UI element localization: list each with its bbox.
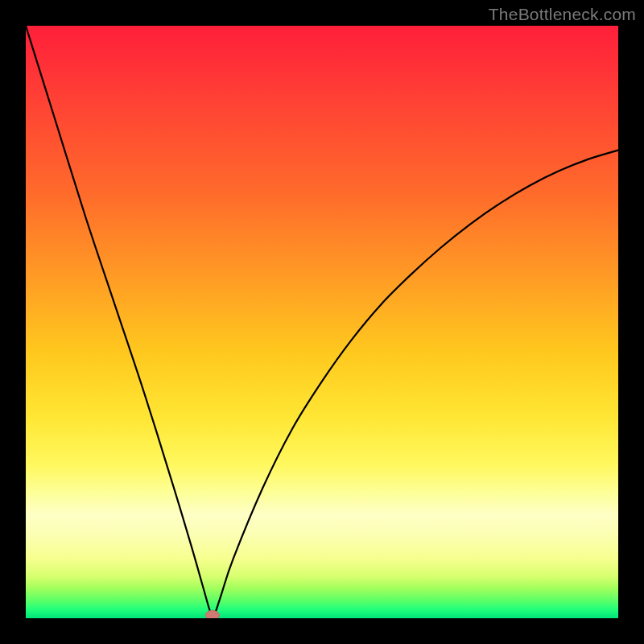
plot-area	[26, 26, 618, 618]
watermark-label: TheBottleneck.com	[489, 5, 636, 24]
bottleneck-curve	[26, 26, 618, 616]
minimum-marker	[205, 610, 219, 618]
curve-svg	[26, 26, 618, 618]
chart-frame: TheBottleneck.com	[0, 0, 644, 644]
